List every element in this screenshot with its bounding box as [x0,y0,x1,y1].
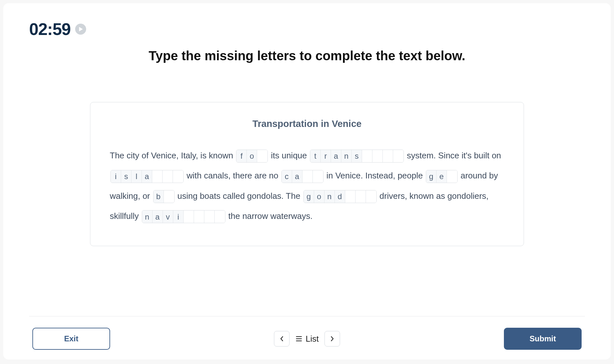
letter-given-cell: e [437,170,447,183]
letter-input-cell[interactable] [372,150,383,162]
text-segment: system. Since it's built on [404,151,504,160]
letter-input-cell[interactable] [366,190,376,203]
list-button[interactable]: List [295,334,319,344]
letter-given-cell: s [352,150,362,162]
exercise-title: Transportation in Venice [110,119,504,129]
exercise-body: The city of Venice, Italy, is known fo i… [110,145,504,226]
letter-given-cell: r [321,150,331,162]
letter-given-cell: n [142,210,153,223]
letter-given-cell: i [111,170,121,183]
letter-input-cell[interactable] [152,170,163,183]
letter-given-cell: a [142,170,152,183]
list-icon [295,335,302,342]
letter-input-cell[interactable] [383,150,393,162]
letter-given-cell: v [163,210,173,223]
letter-input-cell[interactable] [257,150,267,162]
word-input-group[interactable]: trans [310,150,404,163]
play-button[interactable] [75,24,86,35]
letter-given-cell: d [335,190,345,203]
letter-input-cell[interactable] [345,190,356,203]
word-input-group[interactable]: isla [110,170,184,183]
word-input-group[interactable]: fo [236,150,268,163]
text-segment: The city of Venice, Italy, is known [110,151,235,160]
letter-given-cell: s [121,170,131,183]
prev-button[interactable] [274,331,290,347]
text-segment: with canals, there are no [184,171,281,180]
letter-given-cell: i [173,210,184,223]
next-button[interactable] [324,331,340,347]
text-segment: using boats called gondolas. The [175,191,303,201]
nav-group: List [274,331,340,347]
chevron-left-icon [279,336,285,342]
letter-input-cell[interactable] [194,210,204,223]
letter-input-cell[interactable] [362,150,372,162]
letter-given-cell: n [341,150,352,162]
timer-row: 02:59 [29,19,585,39]
letter-given-cell: o [247,150,257,162]
letter-given-cell: f [236,150,247,162]
letter-input-cell[interactable] [356,190,366,203]
word-input-group[interactable]: ge [426,170,458,183]
word-input-group[interactable]: navi [142,210,225,223]
text-segment: its unique [268,151,309,160]
play-icon [79,27,83,31]
letter-input-cell[interactable] [393,150,404,162]
letter-given-cell: b [154,190,164,203]
letter-input-cell[interactable] [204,210,215,223]
timer-display: 02:59 [29,19,71,39]
letter-given-cell: g [426,170,437,183]
chevron-right-icon [329,336,335,342]
letter-input-cell[interactable] [215,210,225,223]
submit-button[interactable]: Submit [504,328,582,350]
letter-given-cell: c [282,170,292,183]
exit-button[interactable]: Exit [32,328,110,350]
letter-given-cell: n [324,190,335,203]
letter-given-cell: g [304,190,314,203]
letter-input-cell[interactable] [173,170,183,183]
word-input-group[interactable]: ca [281,170,324,183]
letter-given-cell: o [314,190,324,203]
word-input-group[interactable]: b [153,190,175,203]
letter-given-cell: a [292,170,302,183]
text-segment: in Venice. Instead, people [324,171,425,180]
letter-input-cell[interactable] [302,170,313,183]
list-label: List [306,334,319,344]
letter-given-cell: l [131,170,142,183]
letter-input-cell[interactable] [447,170,457,183]
letter-given-cell: t [310,150,321,162]
letter-input-cell[interactable] [184,210,194,223]
instruction-heading: Type the missing letters to complete the… [29,49,585,63]
word-input-group[interactable]: gond [303,190,377,203]
letter-given-cell: a [331,150,341,162]
letter-input-cell[interactable] [313,170,323,183]
footer: Exit List Submit [29,328,585,350]
text-segment: the narrow waterways. [226,211,313,221]
letter-given-cell: a [153,210,163,223]
app-container: 02:59 Type the missing letters to comple… [3,3,611,359]
exercise-card: Transportation in Venice The city of Ven… [90,102,524,246]
letter-input-cell[interactable] [163,170,173,183]
letter-input-cell[interactable] [164,190,174,203]
footer-divider [29,316,585,316]
